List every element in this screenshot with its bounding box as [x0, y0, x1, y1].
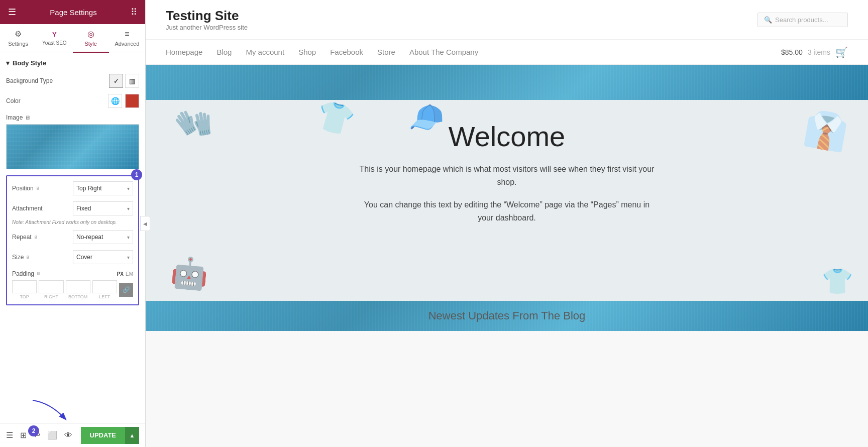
image-preview[interactable] [6, 124, 139, 169]
site-nav: Homepage Blog My account Shop Facebook S… [146, 40, 868, 65]
device-preview-icon[interactable]: ⬜ [47, 430, 57, 440]
right-preview: Testing Site Just another WordPress site… [146, 0, 868, 447]
repeat-select[interactable]: No-repeat ▾ [73, 230, 133, 244]
color-controls: 🌐 [108, 94, 139, 108]
globe-btn[interactable]: 🌐 [108, 94, 122, 108]
site-tagline: Just another WordPress site [166, 24, 248, 31]
nav-shop[interactable]: Shop [298, 40, 316, 64]
chevron-down-icon-repeat: ▾ [127, 235, 130, 240]
padding-label: Padding 🖥 [12, 270, 41, 277]
cart-count: 3 items [808, 48, 830, 56]
attachment-row: Attachment Fixed ▾ [12, 201, 133, 215]
welcome-desc2: You can change this text by editing the … [356, 198, 658, 224]
monitor-icon: 🖥 [25, 115, 30, 121]
padding-bottom-input[interactable] [66, 280, 90, 293]
position-select[interactable]: Top Right ▾ [73, 181, 133, 195]
main-content: 🧤 👕 🧢 👔 🤖 👕 Welcome This is your homepag… [146, 100, 868, 301]
left-panel: ☰ Page Settings ⠿ ⚙ Settings Y Yoast SEO… [0, 0, 146, 447]
hamburger-bottom-icon[interactable]: ☰ [6, 430, 13, 440]
repeat-label: Repeat 🖥 [12, 234, 38, 241]
welcome-desc: This is your homepage which is what most… [356, 163, 658, 188]
tab-style[interactable]: ◎ Style [73, 24, 109, 53]
grid-icon[interactable]: ⠿ [131, 7, 137, 18]
advanced-icon: ≡ [125, 30, 129, 39]
chevron-down-icon-size: ▾ [127, 255, 130, 260]
deco-item-glove: 🧤 [171, 100, 219, 146]
bottom-icons: ☰ ⊞ ↩ ⬜ 👁 [6, 430, 72, 440]
tab-yoast-seo[interactable]: Y Yoast SEO [36, 24, 72, 53]
bg-type-solid-btn[interactable]: ✓ [109, 74, 123, 88]
bg-type-row: Background Type ✓ ▥ [6, 74, 139, 88]
chevron-down-icon: ▾ [127, 186, 130, 191]
search-box[interactable]: 🔍 Search products... [757, 13, 848, 27]
nav-my-account[interactable]: My account [246, 40, 284, 64]
nav-facebook[interactable]: Facebook [330, 40, 363, 64]
deco-item-robot: 🤖 [169, 254, 210, 292]
link-padding-btn[interactable]: 🔗 [119, 283, 133, 297]
position-row: Position 🖥 Top Right ▾ [12, 181, 133, 195]
settings-icon: ⚙ [15, 29, 22, 39]
layers-icon[interactable]: ⊞ [20, 430, 27, 440]
padding-bottom-wrap: BOTTOM [66, 280, 90, 299]
nav-about[interactable]: About The Company [409, 40, 478, 64]
panel-content: ▾ Body Style Background Type ✓ ▥ Color 🌐… [0, 53, 145, 423]
padding-top-wrap: TOP [12, 280, 37, 299]
cart-info: $85.00 3 items 🛒 [781, 46, 848, 58]
update-btn-wrap: UPDATE ▲ [81, 427, 139, 444]
color-label: Color [6, 97, 21, 104]
yoast-icon: Y [52, 31, 57, 38]
panel-collapse-arrow[interactable]: ◀ [140, 216, 150, 231]
padding-left-wrap: LEFT [92, 280, 117, 299]
bottom-bar: 2 ☰ ⊞ ↩ ⬜ 👁 UPDATE ▲ [0, 423, 145, 447]
em-toggle[interactable]: EM [126, 271, 133, 277]
size-select[interactable]: Cover ▾ [73, 250, 133, 264]
color-swatch[interactable] [125, 94, 139, 108]
nav-store[interactable]: Store [377, 40, 395, 64]
attachment-select[interactable]: Fixed ▾ [73, 201, 133, 215]
collapse-icon: ▾ [6, 59, 10, 67]
px-toggle[interactable]: PX [117, 271, 124, 277]
image-label-row: Image 🖥 [6, 114, 139, 121]
style-icon: ◎ [87, 29, 94, 39]
site-name: Testing Site [166, 8, 248, 24]
blue-stripe-top [146, 65, 868, 100]
hamburger-icon[interactable]: ☰ [8, 7, 16, 18]
main-text: Welcome This is your homepage which is w… [356, 120, 658, 224]
padding-left-input[interactable] [92, 280, 117, 293]
chevron-down-icon-attach: ▾ [127, 206, 130, 211]
nav-blog[interactable]: Blog [216, 40, 232, 64]
update-button[interactable]: UPDATE [81, 427, 125, 444]
badge-2: 2 [28, 425, 39, 436]
deco-item-shirt: 👔 [801, 106, 851, 155]
search-placeholder: Search products... [775, 16, 828, 24]
eye-icon[interactable]: 👁 [64, 431, 72, 440]
bg-type-gradient-btn[interactable]: ▥ [125, 74, 139, 88]
panel-title: Page Settings [50, 8, 96, 17]
image-settings-section: 1 Position 🖥 Top Right ▾ Attachment Fixe… [6, 175, 139, 305]
panel-header: ☰ Page Settings ⠿ [0, 0, 145, 24]
monitor-icon-pos: 🖥 [36, 186, 40, 191]
blog-stripe: Newest Updates From The Blog [146, 301, 868, 331]
padding-section: Padding 🖥 PX EM TOP RIGHT [12, 270, 133, 299]
body-style-header[interactable]: ▾ Body Style [6, 59, 139, 67]
padding-right-input[interactable] [39, 280, 63, 293]
padding-header: Padding 🖥 PX EM [12, 270, 133, 277]
site-header: Testing Site Just another WordPress site… [146, 0, 868, 40]
nav-homepage[interactable]: Homepage [166, 40, 202, 64]
search-icon: 🔍 [764, 16, 772, 24]
update-dropdown-btn[interactable]: ▲ [125, 427, 139, 444]
px-em-toggle: PX EM [117, 271, 133, 277]
monitor-icon-size: 🖥 [26, 255, 30, 260]
tab-settings[interactable]: ⚙ Settings [0, 24, 36, 53]
padding-right-wrap: RIGHT [39, 280, 63, 299]
nav-links: Homepage Blog My account Shop Facebook S… [166, 40, 478, 64]
panel-tabs: ⚙ Settings Y Yoast SEO ◎ Style ≡ Advance… [0, 24, 145, 53]
cart-icon[interactable]: 🛒 [835, 46, 848, 58]
bg-type-buttons: ✓ ▥ [109, 74, 139, 88]
repeat-row: Repeat 🖥 No-repeat ▾ [12, 230, 133, 244]
tab-advanced[interactable]: ≡ Advanced [109, 24, 145, 53]
deco-item-shirt2: 👕 [312, 100, 358, 140]
padding-top-input[interactable] [12, 280, 37, 293]
bg-type-label: Background Type [6, 77, 53, 84]
attachment-label: Attachment [12, 205, 43, 212]
